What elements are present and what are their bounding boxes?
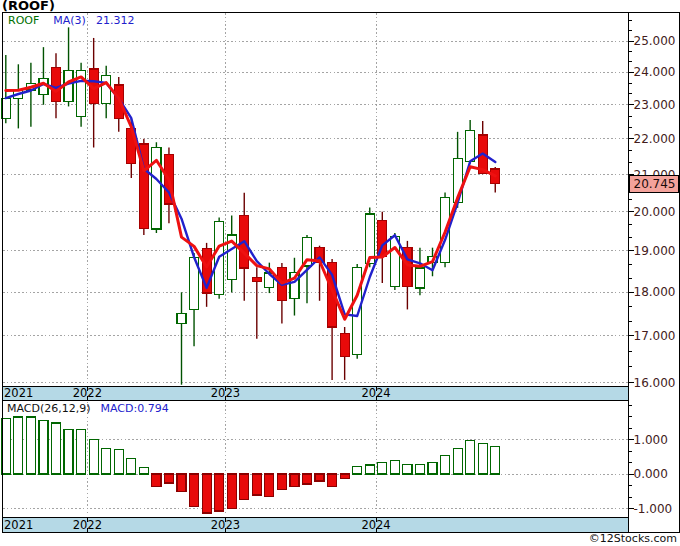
macd-bar bbox=[114, 450, 123, 474]
macd-bar bbox=[353, 467, 362, 474]
candle bbox=[415, 248, 424, 296]
candle bbox=[491, 167, 500, 192]
price-tick-label: 24.000 bbox=[634, 65, 676, 79]
price-tick-label: 17.000 bbox=[634, 329, 676, 343]
year-label: 2023 bbox=[211, 386, 240, 400]
macd-bar bbox=[340, 474, 349, 478]
price-tick-label: 25.000 bbox=[634, 34, 676, 48]
candle bbox=[177, 292, 186, 384]
macd-bar bbox=[164, 474, 173, 483]
macd-bar bbox=[390, 460, 399, 474]
macd-bar bbox=[265, 474, 274, 497]
candle bbox=[202, 243, 211, 307]
macd-tick-label: -1.000 bbox=[634, 502, 673, 516]
price-tick-label: 19.000 bbox=[634, 244, 676, 258]
macd-bar bbox=[177, 474, 186, 492]
candle bbox=[353, 264, 362, 359]
macd-bar bbox=[491, 447, 500, 474]
macd-bar bbox=[303, 474, 312, 484]
candle bbox=[290, 258, 299, 316]
macd-bar bbox=[190, 474, 199, 507]
macd-bar bbox=[277, 474, 286, 490]
copyright-link[interactable]: ©12Stocks.com bbox=[589, 532, 677, 545]
macd-bar bbox=[290, 474, 299, 487]
year-label: 2021 bbox=[4, 386, 33, 400]
macd-bar bbox=[202, 474, 211, 513]
macd-bar bbox=[52, 423, 61, 474]
macd-bar bbox=[215, 474, 224, 511]
macd-bar bbox=[152, 474, 161, 487]
macd-bar bbox=[415, 464, 424, 474]
price-tick-label: 20.000 bbox=[634, 205, 676, 219]
macd-axis-labels: 1.0000.000-1.000 bbox=[628, 405, 672, 516]
price-axis-labels: 25.00024.00023.00022.00021.00020.00019.0… bbox=[628, 20, 676, 389]
macd-bar bbox=[64, 430, 73, 474]
candle bbox=[340, 327, 349, 380]
macd-bar bbox=[26, 417, 35, 474]
macd-histogram bbox=[1, 417, 499, 513]
macd-value-label: MACD:0.794 bbox=[101, 402, 169, 415]
candle bbox=[478, 121, 487, 174]
year-label: 2024 bbox=[361, 518, 390, 532]
macd-bar bbox=[39, 421, 48, 474]
year-label: 2022 bbox=[73, 518, 102, 532]
macd-bar bbox=[14, 417, 23, 474]
macd-bar bbox=[240, 474, 249, 500]
macd-tick-label: 0.000 bbox=[634, 467, 668, 481]
candle bbox=[277, 263, 286, 323]
year-label: 2023 bbox=[211, 518, 240, 532]
ticker-symbol-label: ROOF bbox=[8, 14, 39, 27]
macd-bar bbox=[466, 441, 475, 474]
ma-value-label: 21.312 bbox=[96, 14, 135, 27]
candle bbox=[466, 120, 475, 164]
candle bbox=[252, 267, 261, 338]
candle bbox=[64, 27, 73, 106]
macd-bar bbox=[1, 418, 10, 474]
macd-params-label: MACD(26,12,9) bbox=[7, 402, 91, 415]
macd-bar bbox=[453, 448, 462, 474]
macd-bar bbox=[227, 474, 236, 508]
price-panel-legend: ROOFMA(3)21.312 bbox=[8, 14, 134, 27]
macd-bar bbox=[328, 474, 337, 487]
year-label: 2021 bbox=[4, 518, 33, 532]
price-tick-label: 23.000 bbox=[634, 98, 676, 112]
stock-chart-svg: 25.00024.00023.00022.00021.00020.00019.0… bbox=[0, 0, 680, 546]
chart-page: 25.00024.00023.00022.00021.00020.00019.0… bbox=[0, 0, 680, 546]
candle bbox=[152, 142, 161, 233]
page-title: (ROOF) bbox=[2, 0, 55, 13]
candle bbox=[102, 66, 111, 118]
year-label: 2022 bbox=[73, 386, 102, 400]
macd-bar bbox=[441, 456, 450, 474]
macd-bar bbox=[403, 464, 412, 474]
current-price-badge: 20.745 bbox=[630, 175, 679, 192]
current-price-label: 20.745 bbox=[634, 177, 676, 191]
macd-bar bbox=[315, 474, 324, 481]
macd-bar bbox=[139, 468, 148, 474]
macd-bar bbox=[365, 465, 374, 474]
macd-bar bbox=[102, 448, 111, 474]
year-label: 2024 bbox=[361, 386, 390, 400]
macd-panel-header: MACD(26,12,9)MACD:0.794 bbox=[7, 402, 169, 415]
macd-bar bbox=[127, 458, 136, 474]
candle bbox=[77, 63, 86, 127]
macd-bar bbox=[77, 430, 86, 474]
price-tick-label: 16.000 bbox=[634, 376, 676, 390]
candle bbox=[14, 64, 23, 128]
candle bbox=[39, 47, 48, 105]
macd-bar bbox=[252, 474, 261, 495]
macd-tick-label: 1.000 bbox=[634, 433, 668, 447]
price-tick-label: 22.000 bbox=[634, 132, 676, 146]
macd-bar bbox=[378, 462, 387, 474]
macd-bar bbox=[478, 443, 487, 474]
price-tick-label: 18.000 bbox=[634, 285, 676, 299]
candle bbox=[227, 215, 236, 292]
candle bbox=[89, 38, 98, 148]
macd-bar bbox=[89, 440, 98, 474]
macd-bar bbox=[428, 462, 437, 474]
ma-period-label: MA(3) bbox=[53, 14, 86, 27]
